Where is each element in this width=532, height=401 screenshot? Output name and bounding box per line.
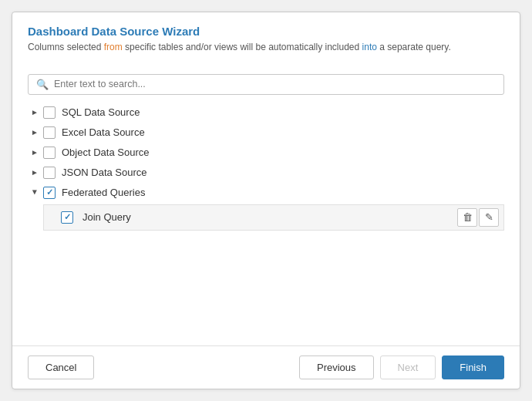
arrow-excel: ►	[29, 128, 40, 136]
edit-button[interactable]: ✎	[479, 208, 499, 227]
subtitle-from: from	[104, 42, 123, 52]
wizard-body: 🔍 ► SQL Data Source ► Excel Data Source …	[12, 63, 520, 345]
sub-list: ► Join Query 🗑 ✎	[28, 204, 504, 231]
wizard-subtitle: Columns selected from specific tables an…	[28, 41, 504, 54]
label-excel: Excel Data Source	[62, 126, 145, 138]
checkbox-json[interactable]	[43, 167, 56, 179]
label-join-query: Join Query	[79, 211, 457, 223]
delete-button[interactable]: 🗑	[457, 208, 477, 227]
tree-list: ► SQL Data Source ► Excel Data Source ► …	[28, 103, 504, 231]
checkbox-excel[interactable]	[43, 126, 56, 139]
wizard-container: Dashboard Data Source Wizard Columns sel…	[12, 12, 520, 389]
tree-item-federated[interactable]: ► Federated Queries	[28, 183, 504, 203]
arrow-sql: ►	[29, 108, 40, 116]
search-box: 🔍	[28, 74, 504, 95]
arrow-object: ►	[29, 148, 40, 157]
search-icon: 🔍	[36, 79, 49, 90]
wizard-footer: Cancel Previous Next Finish	[12, 345, 520, 389]
checkbox-object[interactable]	[43, 147, 56, 159]
sub-item-join-query[interactable]: ► Join Query 🗑 ✎	[43, 204, 504, 231]
checkbox-join-query[interactable]	[61, 211, 73, 224]
wizard-title: Dashboard Data Source Wizard	[28, 25, 504, 38]
previous-button[interactable]: Previous	[299, 356, 374, 379]
footer-right: Previous Next Finish	[299, 356, 504, 379]
cancel-button[interactable]: Cancel	[28, 356, 94, 379]
sub-item-actions: 🗑 ✎	[457, 208, 499, 227]
checkbox-sql[interactable]	[43, 106, 56, 119]
next-button[interactable]: Next	[380, 356, 436, 379]
arrow-json: ►	[29, 168, 40, 177]
subtitle-text-before: Columns selected	[28, 42, 104, 52]
arrow-federated: ►	[31, 187, 39, 198]
finish-button[interactable]: Finish	[442, 356, 504, 379]
tree-item-object[interactable]: ► Object Data Source	[28, 143, 504, 163]
checkbox-federated[interactable]	[43, 187, 56, 199]
tree-item-excel[interactable]: ► Excel Data Source	[28, 123, 504, 143]
subtitle-into: into	[362, 42, 377, 52]
search-input[interactable]	[54, 79, 496, 89]
subtitle-text-middle: specific tables and/or views will be aut…	[123, 42, 362, 52]
label-object: Object Data Source	[62, 147, 149, 158]
wizard-header: Dashboard Data Source Wizard Columns sel…	[12, 12, 520, 63]
tree-item-sql[interactable]: ► SQL Data Source	[28, 103, 504, 123]
tree-item-json[interactable]: ► JSON Data Source	[28, 163, 504, 183]
subtitle-text-after: a separate query.	[377, 42, 451, 52]
label-federated: Federated Queries	[62, 187, 145, 198]
label-json: JSON Data Source	[62, 167, 147, 178]
footer-left: Cancel	[28, 356, 94, 379]
label-sql: SQL Data Source	[62, 106, 140, 118]
